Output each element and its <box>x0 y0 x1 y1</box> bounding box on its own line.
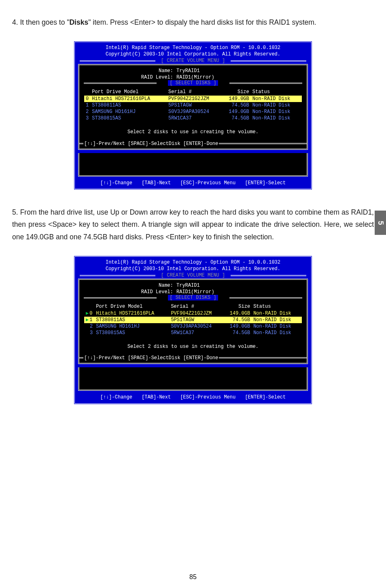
name-label: Name: <box>140 68 176 74</box>
bios-screen-1: Intel(R) Rapid Storage Technology - Opti… <box>74 41 312 190</box>
disk-row-1-selected[interactable]: ▶1 ST380811AS 5PS1TAGW 74.5GB Non-RAID D… <box>84 317 302 323</box>
disk-table: Port Drive Model Serial # Size Status 0 … <box>84 89 302 121</box>
select-disks-label: [ SELECT DISKS ] <box>79 80 307 85</box>
bios-title-2: Copyright(C) 2003-10 Intel Corporation. … <box>75 51 311 58</box>
name-label: Name: <box>140 282 176 289</box>
bios-screen-2: Intel(R) Rapid Storage Technology - Opti… <box>74 256 312 405</box>
done-line: [↑↓]-Prev/Next [SPACE]-SelectDisk [ENTER… <box>83 141 219 147</box>
step-5-instruction: 5. From the hard drive list, use Up or D… <box>12 206 374 243</box>
disk-table: Port Drive Model Serial # Size Status ▶0… <box>84 303 302 336</box>
triangle-icon: ▶ <box>86 311 89 316</box>
select-disks-label: [ SELECT DISKS ] <box>79 294 307 300</box>
disk-row-2[interactable]: 2 SAMSUNG HD161HJ S0V3J9APA30524 149.0GB… <box>84 323 302 330</box>
bios-footer: [↑↓]-Change [TAB]-Next [ESC]-Previous Me… <box>75 178 311 189</box>
bios-title-1: Intel(R) Rapid Storage Technology - Opti… <box>75 259 311 266</box>
bios-title-1: Intel(R) Rapid Storage Technology - Opti… <box>75 45 311 51</box>
chapter-tab: 5 <box>375 211 386 235</box>
step-number: 4. <box>12 18 18 26</box>
triangle-icon: ▶ <box>86 317 89 323</box>
step-4-instruction: 4. It then goes to "Disks" item. Press <… <box>12 16 374 29</box>
done-line: [↑↓]-Prev/Next [SPACE]-SelectDisk [ENTER… <box>83 355 219 361</box>
page-number: 85 <box>0 573 386 581</box>
name-value: TryRAID1 <box>176 282 200 289</box>
disk-row-3[interactable]: 3 ST380815AS 5RW1CA37 74.5GB Non-RAID Di… <box>84 115 302 121</box>
disk-row-0-selected[interactable]: ▶0 Hitachi HDS721616PLA PVF904Z21G2JZM 1… <box>84 310 302 317</box>
disk-row-1[interactable]: 1 ST380811AS 5PS1TAGW 74.5GB Non-RAID Di… <box>84 102 302 109</box>
disk-row-0[interactable]: 0 Hitachi HDS721616PLA PVF904Z21G2JZM 14… <box>84 96 302 102</box>
name-value: TryRAID1 <box>176 68 200 74</box>
step-number: 5. <box>12 208 18 216</box>
create-volume-menu-label: [ CREATE VOLUME MENU ] <box>75 272 311 278</box>
bios-footer: [↑↓]-Change [TAB]-Next [ESC]-Previous Me… <box>75 392 311 403</box>
bios-title-2: Copyright(C) 2003-10 Intel Corporation. … <box>75 266 311 272</box>
create-volume-menu-label: [ CREATE VOLUME MENU ] <box>75 58 311 63</box>
disk-row-3[interactable]: 3 ST380815AS 5RW1CA37 74.5GB Non-RAID Di… <box>84 330 302 336</box>
disk-row-2[interactable]: 2 SAMSUNG HD161HJ S0V3J9APA30524 149.0GB… <box>84 109 302 115</box>
